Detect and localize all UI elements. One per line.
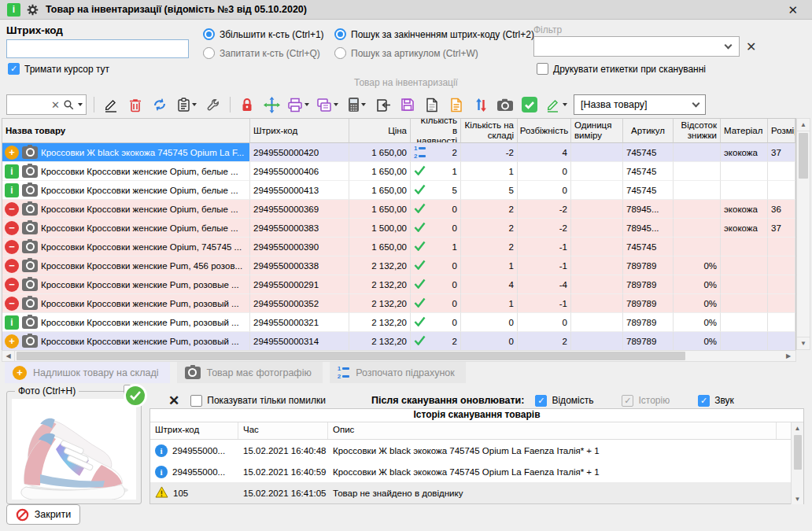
column-header[interactable]: Ціна: [349, 119, 411, 143]
table-row[interactable]: +Кроссовки Ж black экокожа 745745 Opium …: [2, 143, 795, 162]
radio-ask-qty[interactable]: Запитати к-сть (Ctrl+Q): [203, 47, 324, 59]
scroll-down-icon[interactable]: ▼: [792, 493, 803, 504]
camera-icon: [22, 165, 38, 178]
table-row[interactable]: −Кроссовки Кроссовки женские Opium, 7457…: [2, 238, 795, 256]
table-vertical-scrollbar[interactable]: ▲ ▼: [796, 118, 810, 350]
table-horizontal-scrollbar[interactable]: ◀ ▶: [2, 350, 796, 362]
counting-icon: 12: [414, 146, 426, 160]
radio-search-by-barcode-end[interactable]: Пошук за закінченням штрих-коду (Ctrl+2): [334, 28, 534, 40]
legend-has-photo[interactable]: Товар має фотографію: [177, 362, 323, 383]
clear-history-icon[interactable]: ✕: [168, 393, 179, 409]
table-row[interactable]: −Кроссовки Кроссовки женские Pum, 456 ро…: [2, 256, 795, 275]
info-icon: i: [5, 315, 19, 330]
table-row[interactable]: −Кроссовки Кроссовки женские Pum, розовы…: [2, 294, 795, 313]
cell-qty-stock: 2: [461, 200, 518, 219]
keep-cursor-checkbox[interactable]: ✓ Тримати курсор тут: [8, 63, 109, 75]
report-button[interactable]: [175, 94, 198, 115]
delete-button[interactable]: [126, 94, 145, 115]
cell-price: 2 132,20: [349, 275, 411, 294]
close-window-icon[interactable]: ✕: [788, 3, 798, 17]
camera-button[interactable]: [496, 94, 515, 115]
scrollbar-thumb[interactable]: [799, 133, 808, 179]
table-row[interactable]: +Кроссовки Кроссовки женские Pum, розовы…: [2, 332, 795, 351]
document-button[interactable]: [423, 94, 441, 115]
legend-count-started[interactable]: 1 2 Розпочато підрахунок: [330, 362, 466, 383]
table-row[interactable]: iКроссовки Кроссовки женские Pum, розовы…: [2, 313, 795, 332]
scrollbar-thumb[interactable]: [17, 352, 685, 360]
quick-search-input[interactable]: ✕: [6, 94, 87, 115]
document-orange-button[interactable]: [447, 94, 466, 115]
refresh-button[interactable]: [150, 94, 169, 115]
column-header[interactable]: Відсоток знижки: [674, 119, 721, 143]
checkbox-checked-icon: ✓: [535, 395, 547, 407]
table-row[interactable]: iКроссовки Кроссовки женские Opium, белы…: [2, 162, 795, 181]
terminal-button[interactable]: [345, 94, 368, 115]
apply-check-button[interactable]: [520, 94, 539, 115]
column-header[interactable]: Розбіжність: [518, 119, 571, 143]
scroll-right-icon[interactable]: ▶: [783, 350, 794, 362]
radio-off-icon: [203, 47, 215, 59]
column-header[interactable]: Розмір: [768, 119, 795, 143]
column-header[interactable]: Артикул: [623, 119, 674, 143]
print-labels-button[interactable]: [316, 94, 339, 115]
cell-qty-stock: 5: [461, 181, 518, 200]
cell-name: −Кроссовки Кроссовки женские Pum, розовы…: [2, 294, 250, 313]
cell-qty-stock: 2: [461, 219, 518, 238]
save-button[interactable]: [398, 94, 417, 115]
print-labels-checkbox[interactable]: Друкувати етикетки при скануванні: [537, 63, 706, 75]
history-row[interactable]: 10515.02.2021 16:41:05Товар не знайдено …: [150, 482, 803, 503]
column-header[interactable]: Штрих-код: [250, 119, 349, 143]
update-sheet-checkbox[interactable]: ✓ Відомість: [535, 395, 593, 407]
cell-difference: -1: [518, 294, 571, 313]
wrench-icon[interactable]: [204, 94, 223, 115]
barcode-input[interactable]: [6, 39, 189, 58]
radio-on-icon: [203, 28, 215, 40]
table-row[interactable]: iКроссовки Кроссовки женские Opium, белы…: [2, 181, 795, 200]
edit-green-button[interactable]: [544, 94, 568, 115]
cell-discount: [674, 162, 721, 181]
scroll-up-icon[interactable]: ▲: [797, 119, 810, 131]
filter-combobox[interactable]: [533, 36, 740, 57]
filter-clear-icon[interactable]: ✕: [746, 39, 756, 54]
scroll-down-icon[interactable]: ▼: [797, 337, 810, 349]
radio-increase-qty[interactable]: Збільшити к-сть (Ctrl+1): [203, 28, 324, 40]
close-button[interactable]: Закрити: [6, 504, 80, 525]
column-header[interactable]: Кількість на складі: [461, 119, 518, 143]
scroll-up-icon[interactable]: ▲: [792, 422, 803, 433]
table-row[interactable]: −Кроссовки Кроссовки женские Pum, розовы…: [2, 275, 795, 294]
history-row[interactable]: i294955000...15.02.2021 16:40:59Кроссовк…: [150, 461, 803, 482]
cell-price: 2 132,20: [349, 332, 411, 351]
column-header[interactable]: Назва товару: [2, 119, 250, 143]
scrollbar-thumb[interactable]: [794, 435, 802, 470]
legend-overstock[interactable]: + Надлишок товару на складі: [5, 362, 170, 383]
table-row[interactable]: −Кроссовки Кроссовки женские Opium, белы…: [2, 219, 795, 238]
table-row[interactable]: −Кроссовки Кроссовки женские Opium, белы…: [2, 200, 795, 219]
column-header[interactable]: Матеріал: [721, 119, 768, 143]
history-header: Штрих-кодЧасОпис: [150, 422, 803, 440]
update-history-checkbox: ✓ Історію: [622, 395, 670, 407]
radio-search-by-article[interactable]: Пошук за артикулом (Ctrl+W): [334, 47, 534, 59]
search-icon[interactable]: [63, 99, 75, 111]
move-button[interactable]: [262, 94, 281, 115]
edit-button[interactable]: [102, 94, 120, 115]
history-column-header[interactable]: Штрих-код: [150, 422, 238, 439]
column-header[interactable]: Одиниця виміру: [571, 119, 623, 143]
sound-checkbox[interactable]: ✓ Звук: [698, 395, 734, 407]
sort-button[interactable]: [471, 94, 490, 115]
history-scrollbar[interactable]: ▲ ▼: [791, 422, 803, 504]
product-name: Кроссовки Кроссовки женские Pum, розовый…: [41, 337, 239, 346]
history-column-header[interactable]: Час: [238, 422, 328, 439]
scroll-left-icon[interactable]: ◀: [2, 350, 15, 362]
plus-icon: +: [13, 366, 27, 380]
lock-button[interactable]: [238, 94, 257, 115]
import-document-button[interactable]: [374, 94, 393, 115]
clear-search-icon[interactable]: ✕: [51, 99, 60, 111]
history-column-header[interactable]: Опис: [328, 422, 777, 439]
column-header[interactable]: Кількість в наявності: [411, 119, 461, 143]
search-dropdown-icon[interactable]: [78, 103, 83, 106]
errors-only-checkbox[interactable]: Показувати тільки помилки: [190, 395, 326, 407]
history-row[interactable]: i294955000...15.02.2021 16:40:48Кроссовк…: [150, 440, 803, 461]
print-button[interactable]: [286, 94, 310, 115]
checkbox-checked-disabled-icon: ✓: [622, 395, 633, 407]
column-selector-combobox[interactable]: [Назва товару]: [574, 94, 706, 115]
